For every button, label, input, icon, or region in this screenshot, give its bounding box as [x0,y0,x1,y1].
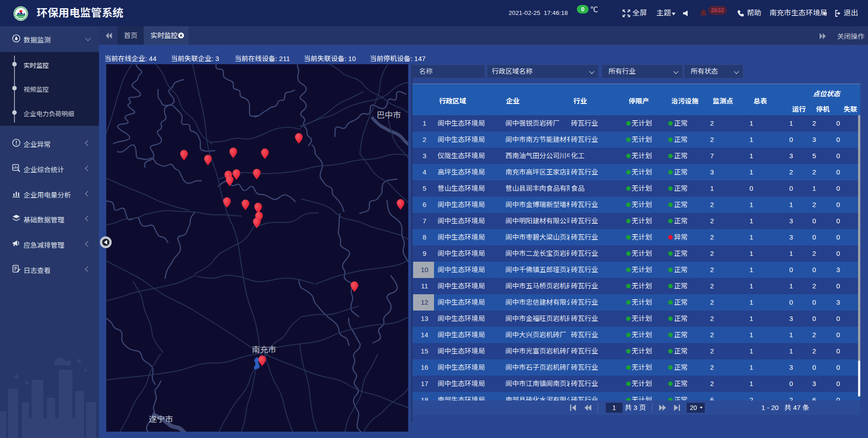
svg-text:巴中市: 巴中市 [377,111,401,120]
svg-text:遂宁市: 遂宁市 [149,415,173,424]
svg-text:南充市: 南充市 [252,345,276,354]
